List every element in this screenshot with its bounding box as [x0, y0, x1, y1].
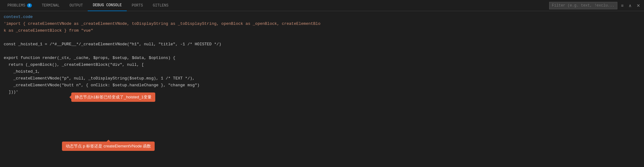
tab-terminal-label: TERMINAL [42, 3, 60, 8]
code-line-4: const _hoisted_1 = /*#__PURE__*/_createE… [4, 41, 640, 48]
tab-output-label: OUTPUT [69, 3, 83, 8]
tab-problems[interactable]: PROBLEMS 3 [2, 0, 37, 11]
annotation-createelement: 动态节点 p 标签还是 createElementVNode 函数 [62, 142, 155, 151]
code-line-2: k as _createElementBlock } from "vue" [4, 27, 640, 34]
tab-debug-console-label: DEBUG CONSOLE [93, 3, 122, 7]
code-line-6: export function render(_ctx, _cache, $pr… [4, 55, 640, 61]
tab-gitlens[interactable]: GITLENS [148, 0, 173, 11]
filter-lines-icon[interactable]: ≡ [620, 2, 625, 9]
code-line-5 [4, 48, 640, 55]
close-icon[interactable]: ✕ [635, 2, 642, 9]
code-line-10: _createElementVNode("butt n", { onClick:… [4, 82, 640, 89]
tab-bar-right: ≡ ∧ ✕ [549, 2, 642, 9]
code-line-8: _hoisted_1, [4, 68, 640, 75]
console-content: context.code 'import { createElementVNod… [0, 11, 644, 167]
context-label: context.code [4, 14, 640, 20]
tab-problems-label: PROBLEMS [7, 3, 25, 8]
code-line-3 [4, 34, 640, 41]
collapse-icon[interactable]: ∧ [627, 2, 633, 9]
tab-bar-left: PROBLEMS 3 TERMINAL OUTPUT DEBUG CONSOLE… [2, 0, 174, 11]
code-line-1: 'import { createElementVNode as _createE… [4, 20, 640, 27]
code-line-7: return (_openBlock(), _createElementBloc… [4, 61, 640, 68]
code-line-9: _createElementVNode("p", null, _toDispla… [4, 75, 640, 82]
problems-badge: 3 [27, 3, 32, 7]
tab-gitlens-label: GITLENS [153, 3, 168, 8]
tab-output[interactable]: OUTPUT [64, 0, 88, 11]
tab-debug-console[interactable]: DEBUG CONSOLE [88, 0, 127, 11]
filter-input[interactable] [549, 2, 617, 9]
tab-ports-label: PORTS [132, 3, 143, 8]
tab-bar: PROBLEMS 3 TERMINAL OUTPUT DEBUG CONSOLE… [0, 0, 644, 11]
tab-terminal[interactable]: TERMINAL [37, 0, 65, 11]
annotation-hoisted: 静态节点h1标签已经变成了_hoisted_1变量 [71, 93, 155, 102]
tab-ports[interactable]: PORTS [127, 0, 148, 11]
